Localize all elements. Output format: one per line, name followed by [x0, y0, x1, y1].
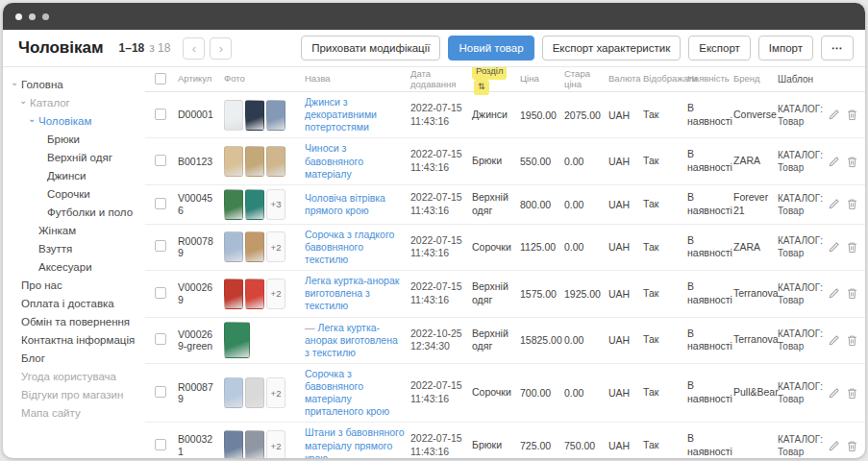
delete-button[interactable]: [846, 198, 858, 210]
hide-modifications-button[interactable]: Приховати модифікації: [301, 36, 440, 61]
sidebar-item-верхній-одяг[interactable]: Верхній одяг: [3, 148, 145, 166]
sidebar-item-обмін-та-повернення[interactable]: Обмін та повернення: [3, 312, 145, 330]
product-display-flag: Так: [643, 333, 687, 347]
sidebar-item-мапа-сайту[interactable]: Мапа сайту: [3, 403, 145, 422]
more-photos-badge[interactable]: +2: [266, 430, 285, 458]
product-section: Брюки: [472, 439, 520, 452]
sidebar-item-label: Контактна інформація: [21, 334, 135, 346]
delete-button[interactable]: [846, 287, 858, 300]
row-checkbox[interactable]: [155, 240, 166, 252]
more-photos-badge[interactable]: +2: [266, 231, 285, 262]
row-checkbox[interactable]: [155, 386, 166, 398]
column-header-availability[interactable]: Наявність: [687, 73, 733, 85]
date-added-time: 11:43:16: [410, 446, 466, 458]
sidebar-item-сорочки[interactable]: Сорочки: [3, 184, 145, 203]
delete-button[interactable]: [846, 109, 858, 121]
delete-button[interactable]: [846, 156, 858, 168]
sidebar-item-аксесуари[interactable]: Аксесуари: [3, 257, 145, 276]
sidebar: ⌄ Головна ⌄ Каталог ⌄ Чоловікам Брюки Ве…: [3, 67, 145, 458]
sidebar-item-футболки-и-поло[interactable]: Футболки и поло: [3, 203, 145, 221]
product-display-flag: Так: [643, 287, 687, 301]
edit-button[interactable]: [828, 387, 840, 400]
row-checkbox[interactable]: [155, 198, 166, 209]
sidebar-item-каталог[interactable]: ⌄ Каталог: [3, 93, 145, 111]
next-page-button[interactable]: ›: [210, 37, 232, 60]
column-header-name[interactable]: Назва: [305, 74, 410, 85]
window-dot-maximize[interactable]: [42, 13, 49, 20]
window-dot-close[interactable]: [15, 13, 22, 20]
sidebar-item-головна[interactable]: ⌄ Головна: [3, 75, 145, 93]
product-currency: UAH: [608, 241, 643, 253]
edit-button[interactable]: [828, 287, 840, 300]
edit-button[interactable]: [828, 156, 840, 168]
sidebar-item-угода-користувача[interactable]: Угода користувача: [3, 367, 145, 385]
row-checkbox[interactable]: [155, 109, 166, 120]
window-dot-minimize[interactable]: [29, 13, 36, 20]
more-photos-badge[interactable]: +2: [266, 377, 285, 408]
export-characteristics-button[interactable]: Експорт характеристик: [542, 36, 682, 61]
column-header-old-price[interactable]: Стара ціна: [564, 69, 608, 90]
column-header-price[interactable]: Ціна: [520, 74, 564, 85]
product-name-link[interactable]: Легка куртка-анорак виготовлена з тексти…: [305, 275, 399, 311]
sidebar-item-контактна-інформація[interactable]: Контактна інформація: [3, 330, 145, 349]
product-name-link[interactable]: Легка куртка-анорак виготовлена з тексти…: [305, 322, 398, 358]
sidebar-item-жінкам[interactable]: Жінкам: [3, 221, 145, 239]
sidebar-item-джинси[interactable]: Джинси: [3, 166, 145, 184]
new-product-button[interactable]: Новий товар: [448, 36, 533, 61]
sidebar-item-взуття[interactable]: Взуття: [3, 239, 145, 257]
date-added-date: 2022-07-15: [410, 102, 466, 115]
edit-button[interactable]: [828, 241, 840, 254]
section-header-label[interactable]: Розділ: [472, 67, 507, 80]
row-checkbox[interactable]: [155, 155, 166, 166]
date-added: 2022-07-15 11:43:16: [410, 379, 472, 405]
import-button[interactable]: Імпорт: [758, 36, 813, 61]
row-checkbox[interactable]: [155, 287, 166, 299]
date-added-time: 11:43:16: [410, 393, 466, 406]
edit-button[interactable]: [828, 198, 840, 210]
product-name-link[interactable]: Чоловіча вітрівка прямого крою: [305, 192, 385, 216]
column-header-currency[interactable]: Валюта: [608, 74, 643, 85]
sidebar-item-про-нас[interactable]: Про нас: [3, 276, 145, 294]
sort-icon[interactable]: ⇅: [474, 80, 489, 95]
product-template: КАТАЛОГ: Товар: [778, 281, 826, 306]
edit-button[interactable]: [828, 334, 840, 347]
select-all-checkbox[interactable]: [155, 73, 166, 85]
date-added-time: 11:43:16: [410, 247, 466, 260]
column-header-sku[interactable]: Артикул: [178, 74, 224, 85]
row-checkbox[interactable]: [155, 439, 166, 450]
product-name-link[interactable]: Штани з бавовняного матеріалу прямого кр…: [305, 426, 405, 458]
sidebar-item-блог[interactable]: Блог: [3, 349, 145, 367]
edit-button[interactable]: [828, 440, 840, 452]
export-button[interactable]: Експорт: [688, 36, 751, 61]
sidebar-item-label: Аксесуари: [38, 261, 92, 273]
delete-button[interactable]: [846, 387, 858, 400]
chevron-down-icon: ⌄: [11, 78, 21, 87]
row-checkbox[interactable]: [155, 333, 166, 345]
column-header-date-added[interactable]: Дата додавання: [410, 69, 472, 90]
date-added-date: 2022-07-15: [410, 234, 466, 248]
column-header-template[interactable]: Шаблон: [778, 73, 826, 85]
product-name-link[interactable]: Джинси з декоративними потертостями: [305, 96, 377, 133]
column-header-display[interactable]: Відображати: [643, 73, 687, 85]
delete-button[interactable]: [846, 241, 858, 254]
more-actions-button[interactable]: ⋯: [821, 36, 854, 61]
edit-button[interactable]: [828, 109, 840, 121]
column-header-section[interactable]: Розділ⇅: [472, 67, 520, 95]
product-name-link[interactable]: Чиноси з бавовняного матеріалу: [305, 142, 363, 179]
date-added-date: 2022-07-15: [410, 148, 466, 161]
delete-button[interactable]: [846, 334, 858, 347]
sidebar-item-брюки[interactable]: Брюки: [3, 130, 145, 148]
date-added: 2022-07-15 11:43:16: [410, 148, 472, 174]
column-header-brand[interactable]: Бренд: [733, 73, 778, 85]
delete-button[interactable]: [846, 440, 858, 452]
product-photos: +2: [224, 430, 299, 458]
product-brand: Forever 21: [733, 191, 778, 217]
product-name-link[interactable]: Сорочка з гладкого бавовняного текстилю: [305, 229, 394, 265]
product-name-link[interactable]: Сорочка з бавовняного матеріалу притален…: [305, 368, 389, 417]
prev-page-button[interactable]: ‹: [183, 37, 205, 60]
sidebar-item-відгуки-про-магазин[interactable]: Відгуки про магазин: [3, 385, 145, 403]
more-photos-badge[interactable]: +2: [266, 279, 285, 309]
sidebar-item-чоловікам[interactable]: ⌄ Чоловікам: [3, 111, 145, 130]
sidebar-item-оплата-і-доставка[interactable]: Оплата і доставка: [3, 294, 145, 312]
more-photos-badge[interactable]: +3: [266, 189, 285, 220]
